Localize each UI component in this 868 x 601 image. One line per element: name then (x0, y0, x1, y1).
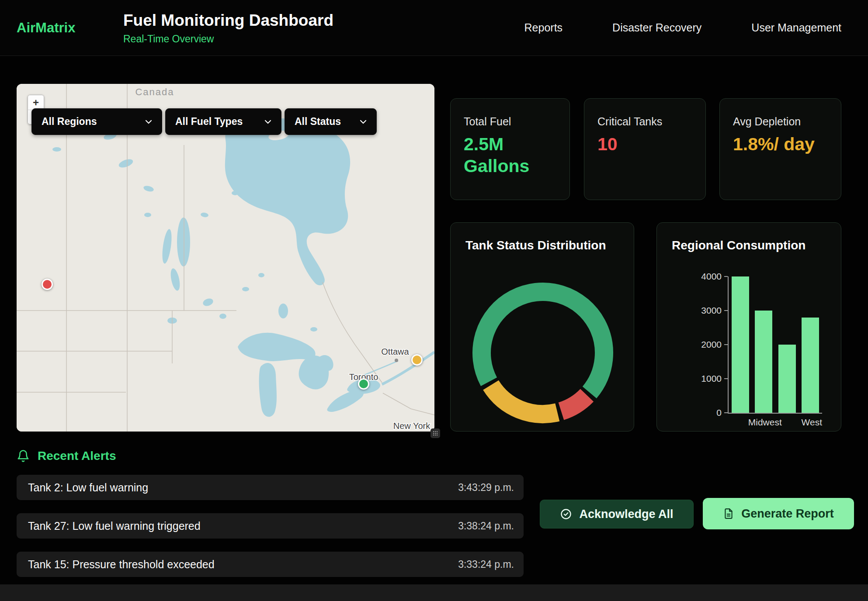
bars-area (729, 276, 822, 413)
stat-value: 10 (597, 133, 692, 155)
y-axis-tick-mark (724, 344, 728, 345)
chart-title: Tank Status Distribution (451, 223, 634, 252)
alert-timestamp: 3:38:24 p.m. (458, 520, 514, 532)
tank-status-donut-chart (469, 279, 617, 427)
acknowledge-all-button[interactable]: Acknowledge All (540, 500, 694, 528)
donut-segment-yellow (469, 279, 617, 427)
bar-1 (755, 311, 772, 413)
stat-card-critical-tanks: Critical Tanks 10 (584, 98, 706, 200)
fuel-map[interactable]: Canada Ottawa Toronto New York + − All R… (17, 84, 434, 432)
brand-logo: AirMatrix (17, 20, 75, 36)
nav-disaster-recovery[interactable]: Disaster Recovery (612, 21, 701, 34)
generate-report-button[interactable]: Generate Report (703, 498, 854, 529)
y-axis-tick-mark (724, 276, 728, 277)
alert-message: Tank 27: Low fuel warning triggered (28, 520, 201, 532)
y-axis-tick-mark (724, 378, 728, 379)
recent-alerts-title: Recent Alerts (38, 449, 116, 463)
alert-list-item[interactable]: Tank 2: Low fuel warning 3:43:29 p.m. (17, 475, 524, 500)
fuel-dashboard-page: AirMatrix Fuel Monitoring Dashboard Real… (0, 0, 868, 601)
recent-alerts-header: Recent Alerts (17, 449, 116, 463)
bell-icon (17, 449, 30, 463)
fuel-type-filter-label: All Fuel Types (175, 116, 243, 128)
map-marker-yellow[interactable] (411, 354, 423, 366)
y-axis-tick-label: 1000 (682, 373, 722, 384)
grip-dots-icon (433, 431, 438, 436)
regional-consumption-chart-card: Regional Consumption MidwestWest 0100020… (656, 222, 841, 432)
map-filters: All Regions All Fuel Types All Status (31, 108, 377, 135)
y-axis-tick-label: 0 (682, 408, 722, 418)
map-marker-red[interactable] (42, 279, 53, 290)
x-axis-tick-label: Midwest (748, 417, 782, 428)
chevron-down-icon (264, 120, 271, 124)
file-report-icon (723, 508, 734, 519)
nav-reports[interactable]: Reports (524, 21, 563, 34)
check-circle-icon (560, 508, 572, 520)
nav-user-management[interactable]: User Management (751, 21, 841, 34)
chevron-down-icon (360, 120, 367, 124)
stat-label: Total Fuel (464, 115, 556, 128)
x-axis-tick-label (782, 417, 802, 428)
bar-2 (778, 345, 796, 413)
stat-label: Critical Tanks (597, 115, 692, 128)
stat-value: 1.8%/ day (733, 133, 828, 155)
stat-card-avg-depletion: Avg Depletion 1.8%/ day (719, 98, 841, 200)
map-marker-green[interactable] (358, 378, 369, 390)
regional-consumption-bar-chart: MidwestWest 01000200030004000 (728, 276, 822, 414)
map-resize-handle[interactable] (431, 428, 440, 438)
page-title-block: Fuel Monitoring Dashboard Real-Time Over… (123, 11, 333, 45)
alert-timestamp: 3:43:29 p.m. (458, 482, 514, 494)
app-header: AirMatrix Fuel Monitoring Dashboard Real… (0, 0, 868, 56)
x-axis-tick-label: West (802, 417, 822, 428)
acknowledge-all-label: Acknowledge All (579, 508, 673, 521)
y-axis-tick-label: 4000 (682, 271, 722, 282)
page-title: Fuel Monitoring Dashboard (123, 11, 333, 29)
stat-value: 2.5M Gallons (464, 133, 556, 177)
donut-segment-green (469, 279, 617, 427)
chevron-down-icon (145, 120, 152, 124)
stat-card-total-fuel: Total Fuel 2.5M Gallons (450, 98, 570, 200)
region-filter-label: All Regions (42, 116, 97, 128)
chart-title: Regional Consumption (657, 223, 841, 252)
alert-message: Tank 15: Pressure threshold exceeded (28, 558, 215, 571)
stat-label: Avg Depletion (733, 115, 828, 128)
alert-message: Tank 2: Low fuel warning (28, 481, 148, 494)
tank-status-chart-card: Tank Status Distribution (450, 222, 634, 432)
donut-segment-red (469, 279, 617, 427)
generate-report-label: Generate Report (741, 507, 834, 521)
status-filter-label: All Status (295, 116, 341, 128)
page-subtitle: Real-Time Overview (123, 33, 333, 45)
region-filter-dropdown[interactable]: All Regions (31, 108, 162, 135)
alerts-list: Tank 2: Low fuel warning 3:43:29 p.m. Ta… (17, 475, 524, 590)
y-axis-tick-label: 3000 (682, 305, 722, 316)
status-filter-dropdown[interactable]: All Status (285, 108, 377, 135)
bar-3 (802, 318, 819, 413)
map-markers-layer (17, 84, 434, 432)
footer-bar (0, 584, 868, 601)
fuel-type-filter-dropdown[interactable]: All Fuel Types (165, 108, 281, 135)
alert-timestamp: 3:33:24 p.m. (458, 559, 514, 570)
main-nav: Reports Disaster Recovery User Managemen… (524, 0, 841, 55)
alert-list-item[interactable]: Tank 27: Low fuel warning triggered 3:38… (17, 513, 524, 539)
x-axis-tick-label (729, 417, 748, 428)
bar-0 (732, 276, 749, 413)
y-axis-tick-mark (724, 412, 728, 413)
x-axis-labels: MidwestWest (729, 417, 822, 428)
y-axis-tick-label: 2000 (682, 339, 722, 350)
y-axis-tick-mark (724, 310, 728, 311)
alert-list-item[interactable]: Tank 15: Pressure threshold exceeded 3:3… (17, 552, 524, 577)
